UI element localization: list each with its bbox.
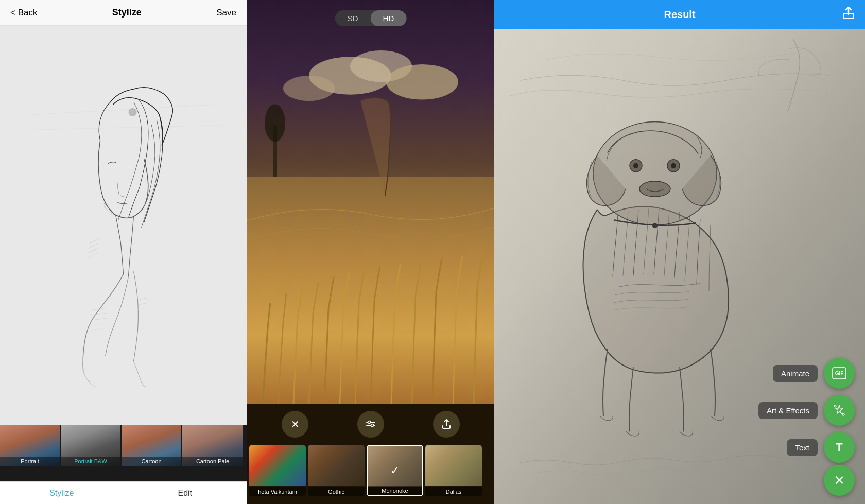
svg-point-24 (671, 163, 676, 168)
thumb-portrait-label: Portrait (0, 457, 60, 466)
art-effects-label: Art & Effects (758, 402, 818, 419)
filter-vaikuntam[interactable]: hota Vaikuntam (249, 445, 306, 496)
fab-animate-row: Animate GIF (773, 358, 855, 389)
svg-point-29 (842, 413, 844, 415)
art-effects-button[interactable] (824, 395, 855, 426)
filter-panel: SD HD (247, 0, 494, 504)
filter-vaikuntam-label: hota Vaikuntam (249, 487, 306, 496)
svg-text:GIF: GIF (835, 371, 844, 376)
animate-button[interactable]: GIF (824, 358, 855, 389)
thumb-cartoon-label: Cartoon (122, 457, 181, 466)
svg-point-4 (130, 110, 135, 115)
thumbnail-portrait[interactable]: Portrait (0, 425, 61, 466)
filter-preview (247, 0, 494, 404)
filter-dallas-label: Dallas (425, 487, 482, 496)
filter-gothic[interactable]: Gothic (308, 445, 365, 496)
thumbnail-portrait-bw[interactable]: Portrait B&W (61, 425, 122, 466)
quality-sd-button[interactable]: SD (335, 10, 371, 26)
stylize-header: < Back Stylize Save (0, 0, 247, 26)
filter-mononoke-label: Mononoke (368, 486, 422, 495)
svg-point-20 (639, 181, 670, 197)
filter-dallas[interactable]: Dallas (425, 445, 482, 496)
stylize-title: Stylize (112, 7, 142, 18)
svg-rect-0 (0, 63, 247, 387)
sketch-preview (0, 26, 247, 425)
result-header: Result (494, 0, 865, 29)
result-title: Result (664, 9, 695, 21)
svg-point-12 (265, 104, 285, 142)
filter-controls: ✕ hota Vaikuntam (247, 404, 494, 504)
thumbnail-cartoon-pale[interactable]: Cartoon Pale (182, 425, 243, 466)
svg-point-9 (386, 64, 458, 100)
style-thumbnails: Portrait Portrait B&W Cartoon Cartoon Pa… (0, 425, 247, 481)
bottom-tabs: Stylize Edit (0, 481, 247, 504)
back-button[interactable]: < Back (10, 8, 37, 18)
tab-stylize[interactable]: Stylize (0, 482, 124, 504)
result-panel: Result (494, 0, 865, 504)
result-close-area: ✕ (824, 465, 855, 496)
result-image: Animate GIF Art & Effects (494, 29, 865, 504)
filter-close-button[interactable]: ✕ (282, 411, 308, 438)
tab-edit[interactable]: Edit (124, 482, 247, 504)
save-button[interactable]: Save (216, 8, 236, 18)
filter-action-buttons: ✕ (247, 404, 494, 445)
svg-point-10 (283, 76, 335, 101)
svg-point-23 (633, 163, 638, 168)
fab-art-effects-row: Art & Effects (758, 395, 855, 426)
wheat-field-image (247, 0, 494, 404)
fab-text-row: Text T (787, 432, 855, 463)
thumb-cartoon-pale-label: Cartoon Pale (182, 457, 243, 466)
thumbnail-cartoon[interactable]: Cartoon (122, 425, 182, 466)
svg-point-15 (368, 421, 370, 424)
filter-settings-button[interactable] (357, 411, 384, 438)
text-label: Text (787, 439, 818, 456)
result-share-button[interactable] (842, 6, 855, 23)
svg-point-16 (371, 424, 373, 427)
stylize-panel: < Back Stylize Save (0, 0, 247, 504)
filter-mononoke[interactable]: ✓ Mononoke (367, 445, 423, 496)
filter-thumbnails: hota Vaikuntam Gothic ✓ Mononoke Dallas (247, 445, 494, 504)
fab-container: Animate GIF Art & Effects (758, 358, 855, 463)
quality-toggle: SD HD (335, 10, 407, 26)
result-close-button[interactable]: ✕ (824, 465, 855, 496)
animate-label: Animate (773, 365, 818, 382)
filter-gothic-label: Gothic (308, 487, 365, 496)
svg-point-28 (834, 405, 836, 407)
thumb-portrait-bw-label: Portrait B&W (61, 457, 120, 466)
filter-share-button[interactable] (433, 411, 460, 438)
thumbnails-row: Portrait Portrait B&W Cartoon Cartoon Pa… (0, 425, 247, 481)
quality-hd-button[interactable]: HD (371, 10, 407, 26)
svg-point-25 (652, 223, 658, 228)
filter-selected-check: ✓ (390, 464, 400, 477)
text-button[interactable]: T (824, 432, 855, 463)
